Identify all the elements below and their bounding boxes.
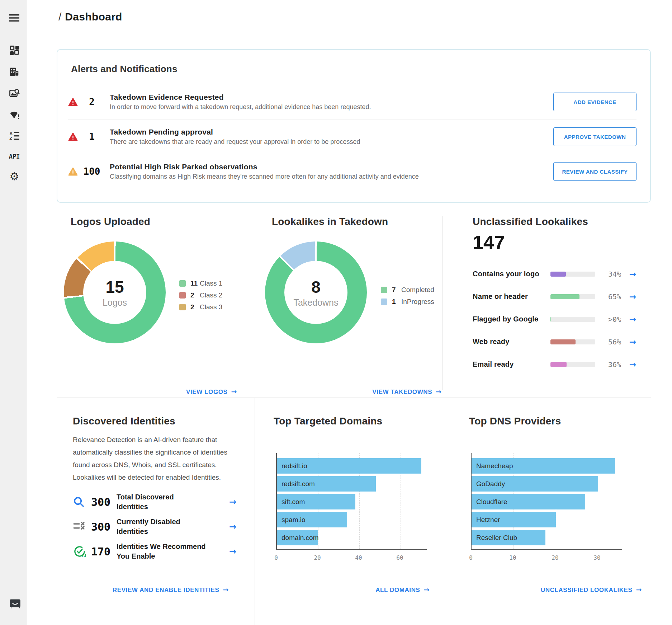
unclassified-row: Web ready 56% → [473,330,636,353]
takedowns-legend: 7 Completed 1 InProgress [381,284,434,307]
image-search-icon[interactable] [8,87,21,100]
top-targeted-domains-title: Top Targeted Domains [274,415,382,427]
sort-az-icon[interactable]: AZ [8,130,21,142]
warning-triangle-icon [68,167,78,177]
percent-value: 36% [600,360,621,369]
dns-providers-chart: Namecheap GoDaddy Cloudflare Hetzner Res… [471,453,622,550]
unclassified-total: 147 [473,231,505,253]
alerts-card: Alerts and Notifications 2 Takedown Evid… [57,49,651,203]
alert-description: In order to move forward with a takedown… [110,103,545,111]
arrow-right-icon[interactable]: → [229,522,236,532]
bar-namecheap: Namecheap [472,458,615,474]
alert-description: Classifying domains as High Risk means t… [110,173,545,180]
alert-row: 2 Takedown Evidence Requested In order t… [68,85,636,119]
arrow-right-icon[interactable]: → [229,546,236,556]
x-tick: 20 [547,554,563,561]
arrow-right-icon[interactable]: → [625,337,636,347]
search-icon [73,496,86,508]
top-dns-providers-title: Top DNS Providers [469,415,561,427]
unclassified-lookalikes-title: Unclassified Lookalikes [473,216,588,227]
alert-count: 2 [81,97,103,107]
bar-domain-com: domain.com [277,530,318,545]
breadcrumb: /Dashboard [58,11,122,23]
lookalikes-takedown-title: Lookalikes in Takedown [272,216,388,227]
api-icon[interactable]: API [8,150,21,163]
identities-rows: 300 Total Discovered Identities → 300 Cu… [73,492,236,567]
legend-item: 11 Class 1 [179,277,222,289]
alert-row: 100 Potential High Risk Parked observati… [68,154,636,189]
review-and-classify-button[interactable]: REVIEW AND CLASSIFY [553,162,636,181]
sidebar: AZ API ⚙ [0,0,27,625]
percent-value: 65% [600,292,621,301]
vertical-divider [451,398,451,625]
progress-bar [550,339,595,344]
arrow-right-icon: → [436,387,442,395]
identity-count: 170 [91,545,111,558]
disabled-list-icon [73,521,86,533]
x-tick: 60 [392,554,408,561]
arrow-right-icon[interactable]: → [229,497,236,507]
identity-count: 300 [91,496,111,508]
percent-value: 34% [600,270,621,278]
logos-total-label: Logos [103,297,127,308]
progress-bar [550,294,595,299]
takedowns-total-label: Takedowns [293,297,338,308]
settings-icon[interactable]: ⚙ [8,170,21,183]
arrow-right-icon[interactable]: → [625,292,636,301]
identities-description: Relevance Detection is an AI-driven feat… [73,433,237,484]
legend-item: 2 Class 3 [179,301,222,313]
logos-donut-chart: 15 Logos [64,241,166,343]
discovered-identities-title: Discovered Identities [73,415,175,427]
unclassified-row: Email ready 36% → [473,353,636,376]
vertical-divider [255,398,255,625]
targeted-domains-chart: redsift.io redsift.com sift.com spam.io … [276,453,427,550]
organization-icon[interactable] [8,65,21,78]
x-tick: 40 [351,554,366,561]
legend-swatch [179,292,186,299]
alert-title: Potential High Risk Parked observations [110,163,545,171]
x-tick: 0 [463,554,479,561]
chat-icon[interactable] [9,597,22,610]
bar-cloudflare: Cloudflare [472,494,585,509]
arrow-right-icon[interactable]: → [625,269,636,279]
arrow-right-icon: → [423,586,430,593]
review-enable-identities-link[interactable]: REVIEW AND ENABLE IDENTITIES→ [75,586,229,594]
progress-bar [550,362,595,367]
bar-redsift-com: redsift.com [277,476,376,492]
shield-alert-icon[interactable] [8,108,21,121]
breadcrumb-slash: / [58,11,61,23]
bar-reseller-club: Reseller Club [472,530,545,545]
arrow-right-icon[interactable]: → [625,360,636,369]
arrow-right-icon[interactable]: → [625,315,636,324]
bar-godaddy: GoDaddy [472,476,598,492]
menu-icon[interactable] [8,11,21,24]
legend-swatch [381,287,387,293]
bar-sift-com: sift.com [277,494,355,509]
takedowns-donut-chart: 8 Takedowns [265,241,367,343]
view-takedowns-link[interactable]: VIEW TAKEDOWNS→ [353,387,461,396]
identity-row: AI 170 Identities We Recommend You Enabl… [73,542,236,561]
alert-count: 100 [81,166,103,177]
logos-uploaded-title: Logos Uploaded [71,216,150,227]
unclassified-rows: Contains your logo 34% → Name or header … [473,263,636,376]
dashboard-page: AZ API ⚙ /Dashboard Alerts and Notificat… [0,0,672,625]
arrow-right-icon: → [636,586,642,593]
legend-item: 1 InProgress [381,296,434,307]
alert-title: Takedown Evidence Requested [110,93,545,102]
unclassified-row: Name or header 65% → [473,285,636,308]
unclassified-lookalikes-link[interactable]: UNCLASSIFIED LOOKALIKES→ [516,586,642,594]
svg-text:AI: AI [82,553,86,558]
approve-takedown-button[interactable]: APPROVE TAKEDOWN [553,127,636,146]
identity-row: 300 Currently Disabled Identities → [73,517,236,536]
x-tick: 20 [309,554,325,561]
view-logos-link[interactable]: VIEW LOGOS→ [158,387,265,396]
logos-total: 15 [105,277,124,297]
add-evidence-button[interactable]: ADD EVIDENCE [553,93,636,111]
dashboard-icon[interactable] [8,44,21,57]
bar-spam-io: spam.io [277,512,347,527]
all-domains-link[interactable]: ALL DOMAINS→ [323,586,430,594]
alerts-title: Alerts and Notifications [68,64,636,75]
unclassified-row: Contains your logo 34% → [473,263,636,285]
x-tick: 10 [505,554,521,561]
identity-row: 300 Total Discovered Identities → [73,492,236,512]
